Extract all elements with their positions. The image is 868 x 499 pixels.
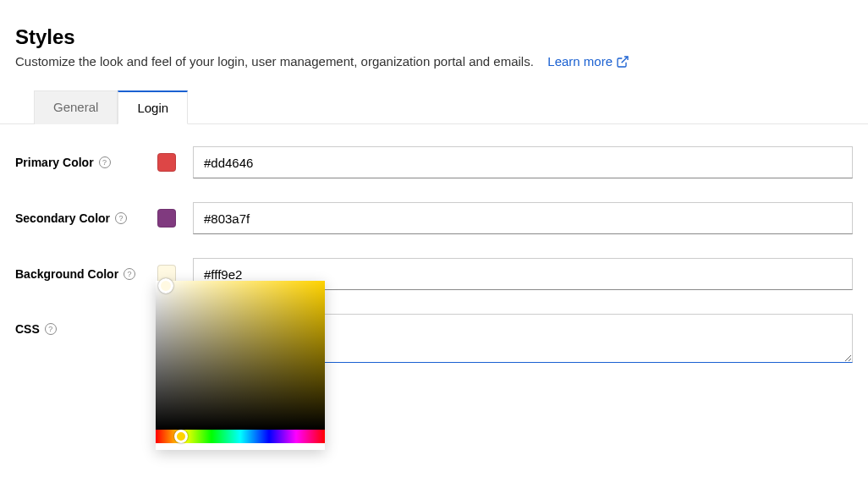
secondary-color-label: Secondary Color ? bbox=[15, 211, 157, 225]
svg-line-0 bbox=[622, 57, 628, 63]
tab-login[interactable]: Login bbox=[118, 90, 188, 124]
help-icon[interactable]: ? bbox=[124, 268, 135, 280]
css-label-text: CSS bbox=[15, 322, 40, 336]
css-row: CSS ? bbox=[15, 314, 853, 363]
background-color-label-text: Background Color bbox=[15, 267, 118, 281]
external-link-icon bbox=[616, 55, 629, 69]
help-icon[interactable]: ? bbox=[99, 156, 111, 168]
primary-color-input[interactable] bbox=[193, 146, 853, 178]
secondary-color-input[interactable] bbox=[193, 202, 853, 234]
tabs-bar: General Login bbox=[0, 90, 868, 124]
secondary-color-row: Secondary Color ? bbox=[15, 202, 853, 234]
learn-more-label: Learn more bbox=[547, 54, 613, 69]
primary-color-row: Primary Color ? bbox=[15, 146, 853, 178]
css-label: CSS ? bbox=[15, 314, 157, 336]
saturation-value-panel[interactable] bbox=[156, 281, 325, 430]
background-color-row: Background Color ? bbox=[15, 258, 853, 290]
sv-cursor[interactable] bbox=[158, 278, 173, 293]
primary-color-label-text: Primary Color bbox=[15, 156, 94, 169]
help-icon[interactable]: ? bbox=[45, 323, 57, 335]
tab-general[interactable]: General bbox=[34, 90, 118, 124]
secondary-color-label-text: Secondary Color bbox=[15, 211, 110, 225]
primary-color-swatch[interactable] bbox=[157, 153, 176, 172]
help-icon[interactable]: ? bbox=[115, 212, 127, 224]
background-color-label: Background Color ? bbox=[15, 267, 157, 281]
page-title: Styles bbox=[15, 25, 853, 49]
hue-cursor[interactable] bbox=[174, 430, 188, 443]
sv-black-layer bbox=[156, 281, 325, 430]
page-subtitle: Customize the look and feel of your logi… bbox=[15, 54, 534, 69]
secondary-color-swatch[interactable] bbox=[157, 209, 176, 228]
color-picker-popover bbox=[156, 281, 325, 450]
hue-slider[interactable] bbox=[156, 430, 325, 443]
learn-more-link[interactable]: Learn more bbox=[547, 54, 629, 69]
primary-color-label: Primary Color ? bbox=[15, 156, 157, 169]
